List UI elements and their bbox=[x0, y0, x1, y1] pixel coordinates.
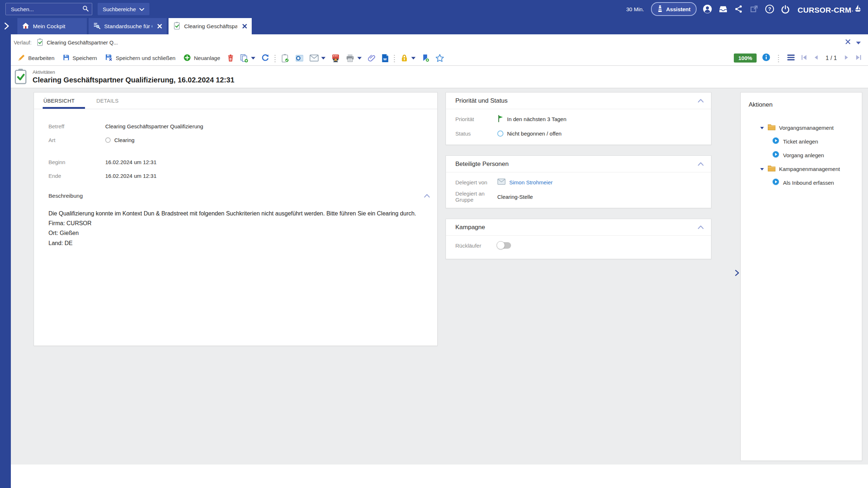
collapse-icon[interactable] bbox=[698, 98, 704, 104]
description-title: Beschreibung bbox=[48, 193, 83, 199]
envelope-icon[interactable] bbox=[497, 179, 506, 186]
close-icon[interactable] bbox=[242, 24, 247, 29]
action-vorgang-anlegen[interactable]: Vorgang anlegen bbox=[741, 148, 862, 162]
activity-clipboard-icon bbox=[14, 68, 27, 86]
history-crumb[interactable]: Clearing Geschäftspartner Q... bbox=[37, 38, 118, 47]
last-page-icon[interactable] bbox=[855, 54, 862, 63]
word-button[interactable]: w bbox=[379, 52, 392, 64]
favorite-button[interactable] bbox=[433, 52, 447, 64]
save-button[interactable]: Speichern bbox=[59, 52, 101, 64]
tab-clearing-active[interactable]: Clearing Geschäftspa... bbox=[169, 18, 252, 34]
tab-label: Mein Cockpit bbox=[33, 23, 65, 30]
main-area: ÜBERSICHT DETAILS Betreff Clearing Gesch… bbox=[11, 88, 868, 465]
priority-status-panel: Priorität und Status Priorität In den nä… bbox=[446, 92, 711, 145]
entity-category: Aktivitäten bbox=[33, 69, 234, 76]
share-button[interactable] bbox=[734, 4, 743, 14]
copy-button[interactable] bbox=[237, 52, 258, 64]
global-search[interactable] bbox=[5, 3, 92, 15]
plus-circle-icon bbox=[183, 54, 191, 63]
save-close-label: Speichern und schließen bbox=[116, 55, 175, 61]
action-ticket-anlegen[interactable]: Ticket anlegen bbox=[741, 134, 862, 148]
edit-label: Bearbeiten bbox=[28, 55, 55, 61]
user-profile-button[interactable] bbox=[703, 4, 712, 14]
attachment-button[interactable] bbox=[365, 52, 379, 64]
radio-icon[interactable] bbox=[105, 137, 111, 143]
edit-button[interactable]: Bearbeiten bbox=[14, 52, 59, 64]
campaign-panel: Kampagne Rückläufer bbox=[446, 219, 711, 259]
inbox-button[interactable] bbox=[718, 4, 728, 14]
delete-button[interactable] bbox=[224, 52, 237, 64]
collapse-icon[interactable] bbox=[698, 224, 704, 231]
search-scope-button[interactable]: Suchbereiche bbox=[98, 3, 149, 15]
priority-row: Priorität In den nächsten 3 Tagen bbox=[455, 114, 702, 124]
power-button[interactable] bbox=[780, 4, 790, 14]
assistant-button[interactable]: Assistent bbox=[651, 2, 697, 16]
zoom-badge[interactable]: 100% bbox=[734, 53, 756, 63]
task-check-button[interactable] bbox=[278, 52, 292, 64]
action-item-label: Ticket anlegen bbox=[783, 138, 818, 145]
tab-uebersicht[interactable]: ÜBERSICHT bbox=[43, 93, 85, 109]
help-button[interactable]: ? bbox=[765, 4, 774, 14]
brand-text: CURSOR-CRM bbox=[797, 6, 851, 14]
collapsed-nav-strip[interactable] bbox=[0, 34, 11, 488]
pencil-icon bbox=[18, 54, 25, 63]
divider bbox=[275, 54, 276, 63]
save-label: Speichern bbox=[73, 55, 97, 61]
row-value: In den nächsten 3 Tagen bbox=[507, 116, 566, 122]
panel-title: Priorität und Status bbox=[455, 97, 508, 104]
menu-icon[interactable] bbox=[787, 54, 795, 62]
document-tab-bar: Mein Cockpit Standardsuche für G... Clea… bbox=[0, 18, 868, 34]
lock-button[interactable] bbox=[397, 52, 418, 64]
close-icon[interactable] bbox=[157, 24, 162, 29]
bookmark-add-button[interactable] bbox=[418, 52, 433, 64]
person-link[interactable]: Simon Strohmeier bbox=[509, 179, 553, 185]
action-als-inbound-erfassen[interactable]: Als Inbound erfassen bbox=[741, 176, 862, 189]
collapse-icon[interactable] bbox=[424, 193, 430, 199]
tab-mein-cockpit[interactable]: Mein Cockpit bbox=[17, 18, 87, 34]
action-group-kampagnenmanagement[interactable]: Kampagnenmanagement bbox=[741, 162, 862, 176]
tab-details[interactable]: DETAILS bbox=[96, 93, 122, 109]
action-group-vorgangsmanagement[interactable]: Vorgangsmanagement bbox=[741, 121, 862, 134]
delegated-from-row: Delegiert von Simon Strohmeier bbox=[455, 177, 702, 187]
action-group-label: Vorgangsmanagement bbox=[779, 125, 834, 131]
svg-text:w: w bbox=[383, 57, 387, 61]
caret-down-icon[interactable] bbox=[760, 166, 764, 172]
caret-down-icon[interactable] bbox=[856, 39, 861, 46]
tab-standardsuche[interactable]: Standardsuche für G... bbox=[89, 18, 167, 34]
caret-down-icon[interactable] bbox=[760, 124, 764, 131]
appointment-button[interactable] bbox=[328, 52, 343, 64]
field-betreff: Betreff Clearing Geschäftspartner Qualif… bbox=[48, 122, 437, 130]
action-item-label: Als Inbound erfassen bbox=[783, 180, 834, 186]
search-list-icon bbox=[93, 22, 101, 31]
brand-logo: CURSOR-CRM° bbox=[797, 4, 861, 14]
next-page-icon[interactable] bbox=[843, 54, 850, 62]
mail-button[interactable] bbox=[307, 52, 328, 64]
prev-page-icon[interactable] bbox=[813, 54, 820, 62]
first-page-icon[interactable] bbox=[800, 54, 808, 63]
overview-tabs: ÜBERSICHT DETAILS bbox=[34, 93, 437, 109]
print-button[interactable] bbox=[343, 52, 365, 64]
row-value: Nicht begonnen / offen bbox=[507, 130, 562, 137]
open-window-button[interactable] bbox=[749, 4, 759, 14]
field-label: Beginn bbox=[48, 159, 105, 165]
returned-mail-toggle[interactable] bbox=[497, 242, 511, 249]
info-icon[interactable] bbox=[762, 53, 770, 63]
lighthouse-icon bbox=[657, 5, 663, 13]
save-close-button[interactable]: Speichern und schließen bbox=[101, 52, 179, 64]
close-panel-icon[interactable] bbox=[845, 39, 851, 46]
refresh-button[interactable] bbox=[258, 52, 272, 64]
clipboard-check-icon bbox=[173, 22, 180, 31]
new-label: Neuanlage bbox=[194, 55, 220, 61]
collapse-icon[interactable] bbox=[698, 161, 704, 167]
flag-icon bbox=[497, 115, 503, 123]
page-title: Clearing Geschäftspartner Qualifizierung… bbox=[33, 76, 234, 85]
new-button[interactable]: Neuanlage bbox=[179, 52, 224, 64]
svg-text:?: ? bbox=[768, 6, 771, 12]
search-input[interactable] bbox=[10, 6, 82, 13]
search-icon[interactable] bbox=[82, 5, 89, 13]
nav-expand-icon[interactable] bbox=[4, 22, 9, 31]
field-value: Clearing Geschäftspartner Qualifizierung bbox=[105, 123, 203, 129]
outlook-button[interactable] bbox=[292, 52, 307, 64]
home-icon bbox=[22, 22, 29, 31]
session-timer: 30 Min. bbox=[626, 6, 644, 12]
